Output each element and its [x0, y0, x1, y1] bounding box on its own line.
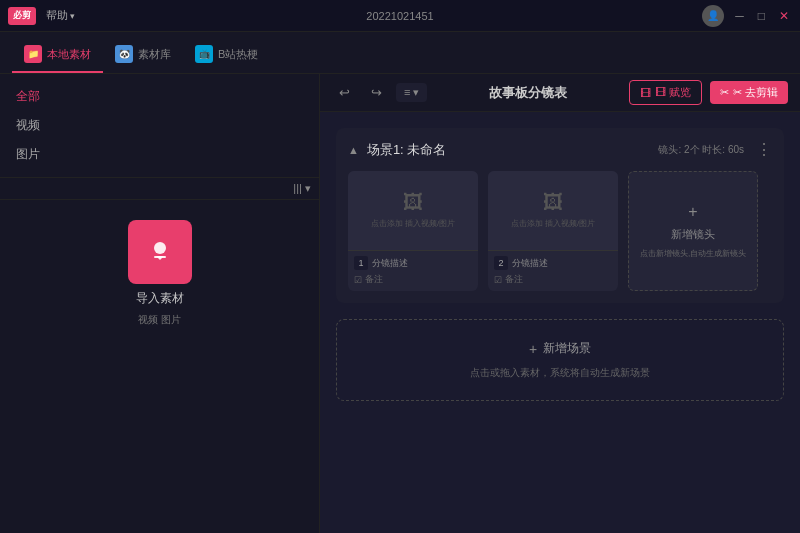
new-shot-sub: 点击新增镜头,自动生成新镜头 [640, 248, 746, 259]
shot-note-text-2: 备注 [505, 273, 523, 286]
avatar-icon: 👤 [707, 10, 719, 21]
tab-bilibili-label: B站热梗 [218, 47, 258, 62]
nav-image[interactable]: 图片 [0, 140, 319, 169]
tab-local-material[interactable]: 📁 本地素材 [12, 37, 103, 73]
panel-title: 故事板分镜表 [489, 84, 567, 102]
import-sub-label: 视频 图片 [138, 313, 181, 327]
select-label: 🎞 赋览 [655, 85, 691, 100]
shot-card-2[interactable]: 🖼 点击添加 插入视频/图片 2 分镜描述 ☑ 备注 [488, 171, 618, 291]
shot-number-row-2: 2 分镜描述 [494, 256, 612, 270]
toolbar-right: 🎞 🎞 赋览 ✂ ✂ 去剪辑 [629, 80, 788, 105]
shot-bottom-1: 1 分镜描述 ☑ 备注 [348, 251, 478, 291]
import-label: 导入素材 [136, 290, 184, 307]
filter-button[interactable]: ||| ▾ [293, 182, 311, 195]
shot-preview-2[interactable]: 🖼 点击添加 插入视频/图片 [488, 171, 618, 251]
add-scene-block[interactable]: + 新增场景 点击或拖入素材，系统将自动生成新场景 [336, 319, 784, 401]
new-shot-label: 新增镜头 [671, 227, 715, 242]
import-icon [145, 237, 175, 267]
edit-icon: ✂ [720, 86, 729, 99]
close-button[interactable]: ✕ [776, 9, 792, 23]
new-shot-card[interactable]: + 新增镜头 点击新增镜头,自动生成新镜头 [628, 171, 758, 291]
scene-header: ▲ 场景1: 未命名 镜头: 2个 时长: 60s ⋮ [348, 140, 772, 159]
right-panel: ↩ ↪ ≡ ▾ 故事板分镜表 🎞 🎞 赋览 ✂ ✂ 去剪辑 [320, 74, 800, 533]
svg-point-0 [154, 242, 166, 254]
scene-header-left: ▲ 场景1: 未命名 [348, 141, 446, 159]
shot-type-2: 分镜描述 [512, 257, 548, 270]
sidebar-toolbar: ||| ▾ [0, 178, 319, 200]
app-logo: 必剪 [8, 7, 36, 25]
scene-header-right: 镜头: 2个 时长: 60s ⋮ [658, 140, 772, 159]
edit-label: ✂ 去剪辑 [733, 85, 778, 100]
toolbar-left: ↩ ↪ ≡ ▾ [332, 81, 427, 105]
help-menu[interactable]: 帮助 ▾ [42, 6, 79, 25]
tab-material-label: 素材库 [138, 47, 171, 62]
shot-note-text-1: 备注 [365, 273, 383, 286]
shot-note-icon-1: ☑ [354, 275, 362, 285]
maximize-button[interactable]: □ [755, 9, 768, 23]
select-icon: 🎞 [640, 87, 651, 99]
add-scene-label: 新增场景 [543, 340, 591, 357]
undo-button[interactable]: ↩ [332, 81, 356, 105]
minimize-button[interactable]: ─ [732, 9, 747, 23]
shot-preview-icon-1: 🖼 [403, 191, 423, 214]
material-tab-icon: 🐼 [115, 45, 133, 63]
add-scene-plus-icon: + [529, 341, 537, 357]
scene-title: 场景1: 未命名 [367, 141, 446, 159]
redo-button[interactable]: ↪ [364, 81, 388, 105]
window-title: 20221021451 [366, 10, 433, 22]
shot-preview-text-1: 点击添加 插入视频/图片 [371, 218, 455, 229]
shot-number-1: 1 [354, 256, 368, 270]
scene-meta: 镜头: 2个 时长: 60s [658, 143, 744, 157]
title-bar-right: 👤 ─ □ ✕ [702, 5, 792, 27]
shot-note-icon-2: ☑ [494, 275, 502, 285]
title-bar-left: 必剪 帮助 ▾ [8, 6, 79, 25]
shot-note-row-1: ☑ 备注 [354, 273, 472, 286]
shot-note-row-2: ☑ 备注 [494, 273, 612, 286]
add-scene-top: + 新增场景 [529, 340, 591, 357]
view-dropdown[interactable]: ≡ ▾ [396, 83, 427, 102]
new-shot-plus-icon: + [688, 203, 697, 221]
tab-material-library[interactable]: 🐼 素材库 [103, 37, 183, 73]
add-scene-sub: 点击或拖入素材，系统将自动生成新场景 [470, 365, 650, 380]
import-icon-box [128, 220, 192, 284]
tab-local-label: 本地素材 [47, 47, 91, 62]
bilibili-tab-icon: 📺 [195, 45, 213, 63]
shot-bottom-2: 2 分镜描述 ☑ 备注 [488, 251, 618, 291]
shot-preview-text-2: 点击添加 插入视频/图片 [511, 218, 595, 229]
left-sidebar: 全部 视频 图片 ||| ▾ 导入素材 视频 图片 [0, 74, 320, 533]
shot-preview-1[interactable]: 🖼 点击添加 插入视频/图片 [348, 171, 478, 251]
shot-number-2: 2 [494, 256, 508, 270]
tab-bar: 📁 本地素材 🐼 素材库 📺 B站热梗 [0, 32, 800, 74]
scene-more-button[interactable]: ⋮ [756, 140, 772, 159]
scene-collapse-arrow[interactable]: ▲ [348, 144, 359, 156]
main-layout: 全部 视频 图片 ||| ▾ 导入素材 视频 图片 [0, 74, 800, 533]
shot-number-row-1: 1 分镜描述 [354, 256, 472, 270]
import-media-button[interactable]: 导入素材 视频 图片 [105, 220, 215, 327]
user-avatar[interactable]: 👤 [702, 5, 724, 27]
select-button[interactable]: 🎞 🎞 赋览 [629, 80, 702, 105]
sidebar-nav: 全部 视频 图片 [0, 74, 319, 178]
title-bar: 必剪 帮助 ▾ 20221021451 👤 ─ □ ✕ [0, 0, 800, 32]
storyboard-content: ▲ 场景1: 未命名 镜头: 2个 时长: 60s ⋮ 🖼 点击添加 插入视频/… [320, 112, 800, 533]
local-tab-icon: 📁 [24, 45, 42, 63]
shot-card-1[interactable]: 🖼 点击添加 插入视频/图片 1 分镜描述 ☑ 备注 [348, 171, 478, 291]
media-content-area: 导入素材 视频 图片 [0, 200, 319, 533]
tab-bilibili[interactable]: 📺 B站热梗 [183, 37, 270, 73]
scene-block: ▲ 场景1: 未命名 镜头: 2个 时长: 60s ⋮ 🖼 点击添加 插入视频/… [336, 128, 784, 303]
nav-video[interactable]: 视频 [0, 111, 319, 140]
shot-preview-icon-2: 🖼 [543, 191, 563, 214]
shot-type-1: 分镜描述 [372, 257, 408, 270]
nav-all[interactable]: 全部 [0, 82, 319, 111]
shots-row: 🖼 点击添加 插入视频/图片 1 分镜描述 ☑ 备注 [348, 171, 772, 291]
edit-button[interactable]: ✂ ✂ 去剪辑 [710, 81, 788, 104]
panel-toolbar: ↩ ↪ ≡ ▾ 故事板分镜表 🎞 🎞 赋览 ✂ ✂ 去剪辑 [320, 74, 800, 112]
